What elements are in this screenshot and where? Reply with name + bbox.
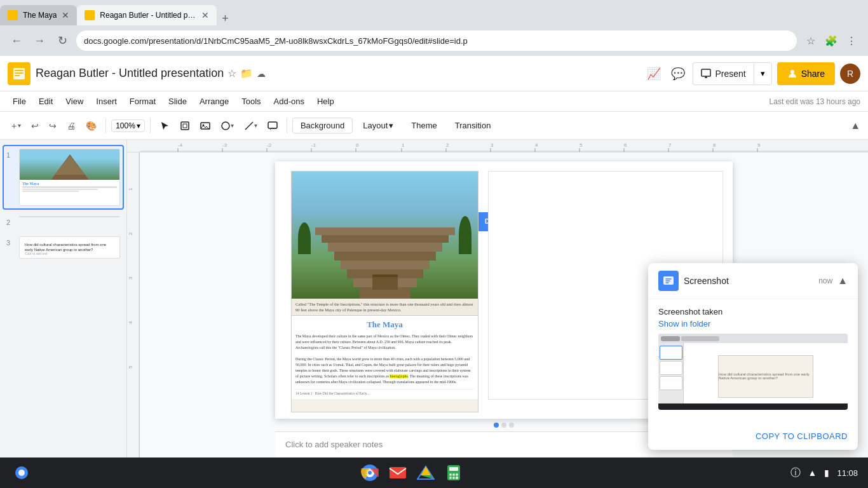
slide-item-2[interactable]: 2 (3, 212, 124, 230)
popup-time: now (818, 276, 832, 285)
paint-format-button[interactable]: 🎨 (82, 118, 100, 133)
menu-help[interactable]: Help (312, 94, 339, 109)
star-icon[interactable]: ☆ (227, 67, 236, 79)
back-button[interactable]: ← (8, 32, 25, 50)
svg-rect-73 (456, 477, 458, 479)
menu-addons[interactable]: Add-ons (269, 94, 309, 109)
slide-lesson-label: 14 Lesson 1 · How Did the Characteristic… (295, 389, 474, 395)
menu-slide[interactable]: Slide (163, 94, 192, 109)
menu-format[interactable]: Format (125, 94, 161, 109)
present-main-button[interactable]: Present (693, 63, 753, 85)
slide-item-1[interactable]: 1 The Maya (3, 145, 124, 210)
comments-button[interactable]: 💬 (668, 64, 688, 83)
browser-icons: ☆ 🧩 ⋮ (802, 32, 860, 50)
taskbar-launcher[interactable] (10, 461, 33, 484)
new-tab-button[interactable]: + (217, 12, 234, 25)
undo-button[interactable]: ↩ (27, 118, 43, 133)
svg-text:2: 2 (446, 142, 449, 148)
taskbar-clock: 11:08 (837, 468, 858, 478)
toolbar-divider-2 (150, 118, 151, 133)
bookmark-button[interactable]: ☆ (802, 32, 820, 50)
cloud-icon[interactable]: ☁ (257, 69, 266, 79)
title-text[interactable]: Reagan Butler - Untitled presentation (36, 67, 224, 80)
svg-text:3: 3 (491, 142, 494, 148)
svg-text:1: 1 (128, 187, 133, 191)
chrome-icon (361, 464, 379, 482)
refresh-button[interactable]: ↻ (53, 32, 71, 50)
image-button[interactable] (196, 118, 214, 133)
app-title-area: Reagan Butler - Untitled presentation ☆ … (36, 67, 639, 80)
zoom-value: 100% (116, 121, 135, 130)
tab-favicon-1 (8, 10, 18, 20)
svg-rect-67 (449, 467, 458, 471)
popup-expand-button[interactable]: ▲ (837, 275, 848, 287)
taskbar-center (358, 461, 465, 484)
redo-button[interactable]: ↪ (45, 118, 60, 133)
svg-text:0: 0 (356, 142, 359, 148)
popup-icon (658, 271, 679, 291)
calculator-icon (445, 464, 463, 482)
slide-number-1: 1 (6, 149, 15, 159)
toolbar-collapse-button[interactable]: ▲ (850, 120, 860, 132)
text-select-button[interactable] (176, 118, 194, 133)
tab-close-2[interactable]: ✕ (201, 10, 209, 20)
menu-edit[interactable]: Edit (34, 94, 58, 109)
slide-number-2: 2 (6, 216, 15, 226)
slide-thumb-3: How did cultural characteristics spread … (19, 236, 120, 259)
extension-button[interactable]: 🧩 (822, 32, 840, 50)
menu-arrange[interactable]: Arrange (194, 94, 234, 109)
drive-icon (417, 464, 435, 482)
layout-button[interactable]: Layout ▾ (355, 118, 401, 133)
line-icon (244, 121, 254, 131)
toolbar: +▾ ↩ ↪ 🖨 🎨 100% ▾ ▾ ▾ (0, 112, 868, 140)
add-slide-button[interactable]: +▾ (8, 118, 25, 133)
taskbar-chrome[interactable] (358, 461, 381, 484)
tab-presentation[interactable]: Reagan Butler - Untitled presenta... ✕ (77, 5, 217, 25)
svg-point-68 (449, 473, 452, 476)
menu-insert[interactable]: Insert (91, 94, 122, 109)
present-icon (701, 69, 711, 79)
svg-rect-1 (15, 70, 24, 71)
dot-1[interactable] (494, 423, 499, 428)
cursor-button[interactable] (156, 118, 173, 133)
svg-rect-6 (181, 122, 189, 130)
shape-button[interactable]: ▾ (217, 118, 238, 133)
address-input[interactable] (76, 30, 797, 51)
dot-2[interactable] (501, 423, 506, 428)
tab-close-1[interactable]: ✕ (62, 10, 69, 20)
comment-toolbar-button[interactable] (264, 118, 281, 133)
share-label: Share (801, 69, 825, 79)
taskbar-gmail[interactable] (386, 461, 409, 484)
taskbar-wifi-icon: ▲ (808, 468, 817, 478)
copy-to-clipboard-button[interactable]: COPY TO CLIPBOARD (756, 428, 848, 445)
folder-icon[interactable]: 📁 (240, 67, 253, 79)
slide-item-3[interactable]: 3 How did cultural characteristics sprea… (3, 233, 124, 262)
popup-preview: How did cultural characteristics spread … (658, 334, 848, 410)
line-button[interactable]: ▾ (240, 118, 261, 133)
zoom-control[interactable]: 100% ▾ (111, 119, 145, 132)
svg-point-5 (790, 70, 794, 74)
menu-view[interactable]: View (60, 94, 88, 109)
print-button[interactable]: 🖨 (63, 118, 79, 133)
present-dropdown-button[interactable]: ▾ (754, 63, 771, 85)
theme-button[interactable]: Theme (403, 118, 444, 133)
svg-point-56 (18, 470, 25, 476)
tab-the-maya[interactable]: The Maya ✕ (0, 5, 77, 25)
shape-icon (220, 121, 231, 131)
menu-file[interactable]: File (8, 94, 31, 109)
activity-button[interactable]: 📈 (644, 64, 663, 83)
menu-button[interactable]: ⋮ (843, 32, 860, 50)
menu-bar: File Edit View Insert Format Slide Arran… (0, 92, 868, 112)
svg-text:5: 5 (128, 365, 133, 369)
forward-button[interactable]: → (31, 32, 48, 50)
user-avatar[interactable]: R (840, 64, 860, 84)
show-in-folder-link[interactable]: Show in folder (658, 319, 710, 329)
taskbar-drive[interactable] (414, 461, 437, 484)
transition-button[interactable]: Transition (447, 118, 499, 133)
menu-tools[interactable]: Tools (236, 94, 266, 109)
dot-3[interactable] (509, 423, 514, 428)
share-button[interactable]: Share (777, 62, 835, 85)
taskbar-calculator[interactable] (442, 461, 465, 484)
background-button[interactable]: Background (292, 118, 353, 133)
app-title: Reagan Butler - Untitled presentation ☆ … (36, 67, 639, 80)
